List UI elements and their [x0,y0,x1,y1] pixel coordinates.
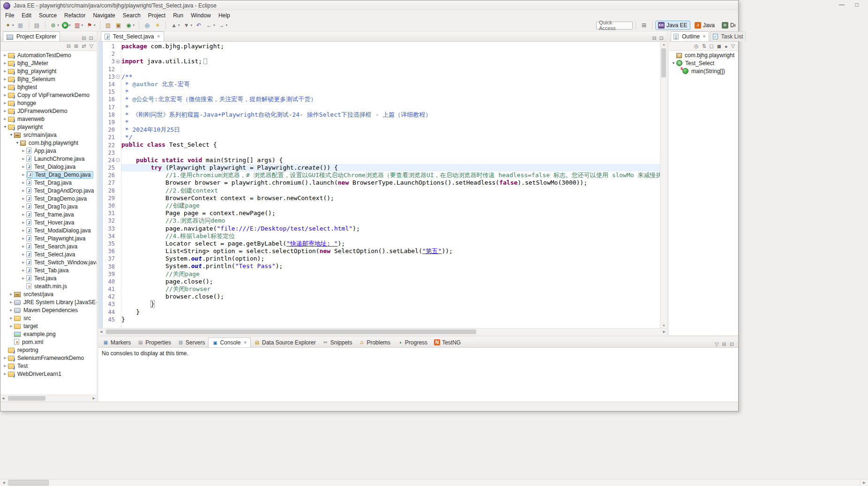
quick-access-button[interactable]: Quick Access [596,22,633,30]
sort-icon[interactable]: ⇅ [702,43,706,49]
tree-item-example-png[interactable]: example.png [0,330,97,338]
project-explorer-hscrollbar[interactable] [0,395,97,402]
expand-arrow-icon[interactable]: ▶ [21,253,26,256]
tree-item-test[interactable]: ▶Test [0,362,97,370]
toolbar-search-button[interactable]: ☀ [152,20,163,30]
tab-outline[interactable]: Outline ✕ [671,31,709,41]
hide-non-public-icon[interactable]: ● [725,44,728,49]
editor-vscrollbar[interactable] [660,42,667,328]
minimize-view-icon[interactable]: ⊟ [722,341,726,347]
outline-item-com-bjhg-playwright[interactable]: com.bjhg.playwright [669,51,738,59]
tree-item-copy-of-vipframeworkdemo[interactable]: ▶Copy of VipFrameworkDemo [0,91,97,99]
tree-item-test-playwright-java[interactable]: ▶Test_Playwright.java [0,234,97,242]
tree-item-test-java[interactable]: ▶Test.java [0,274,97,282]
tree-item-test-dragdemo-java[interactable]: ▶Test_DragDemo.java [0,194,97,202]
close-tab-icon[interactable]: ✕ [703,34,706,39]
collapse-arrow-icon[interactable]: ▼ [671,61,676,65]
maximize-view-icon[interactable]: ⊡ [659,35,664,41]
expand-arrow-icon[interactable]: ▶ [21,245,26,248]
maximize-view-icon[interactable]: ⊡ [730,341,734,347]
minimize-view-icon[interactable]: ⊟ [652,35,657,41]
hide-fields-icon[interactable]: ◻ [710,43,714,49]
title-bar[interactable]: Java EE - playwright/src/main/java/com/b… [0,0,738,11]
tree-item-bjhg-selenium[interactable]: ▶Bjhg_Selenium [0,75,97,83]
menu-help[interactable]: Help [215,11,234,20]
tree-item-com-bjhg-playwright[interactable]: ▼com.bjhg.playwright [0,139,97,147]
code-editor[interactable]: 123+1213-1415161718192021222324-25262728… [98,42,667,328]
tree-item-test-tab-java[interactable]: ▶Test_Tab.java [0,266,97,274]
tree-item-target[interactable]: ▶target [0,322,97,330]
scrollbar-thumb[interactable] [661,48,666,77]
tab-servers[interactable]: ▥Servers [174,337,208,347]
tree-item-reportng[interactable]: reportng [0,346,97,354]
expand-arrow-icon[interactable]: ▶ [2,93,8,97]
menu-run[interactable]: Run [169,11,187,20]
expand-arrow-icon[interactable]: ▶ [21,181,26,185]
tree-item-test-modaldialog-java[interactable]: ▶Test_ModalDialog.java [0,226,97,234]
toolbar-print-button[interactable]: ▤ [32,20,42,30]
expand-arrow-icon[interactable]: ▶ [8,316,14,320]
perspective-java-ee-button[interactable]: EEJava EE [655,21,690,30]
scrollbar-thumb[interactable] [8,396,45,401]
expand-arrow-icon[interactable]: ▶ [2,364,8,368]
tree-item-test-search-java[interactable]: ▶Test_Search.java [0,242,97,250]
scrollbar-thumb[interactable] [8,480,49,486]
tab-task-list[interactable]: Task List [710,31,746,41]
expand-arrow-icon[interactable]: ▶ [2,109,8,113]
toolbar-last-edit-location-button[interactable]: ↶ [194,20,204,30]
tree-item-app-java[interactable]: ▶App.java [0,147,97,155]
tab-data-source-explorer[interactable]: ▤Data Source Explorer [251,337,319,347]
expand-arrow-icon[interactable]: ▶ [8,292,14,296]
toolbar-previous-annotation-button[interactable]: ▲▾ [169,20,181,30]
expand-arrow-icon[interactable]: ▶ [21,189,26,193]
tree-item-pom-xml[interactable]: pom.xml [0,338,97,346]
tree-item-hongge[interactable]: ▶hongge [0,99,97,107]
link-with-editor-icon[interactable]: ⇄ [82,43,86,49]
menu-search[interactable]: Search [119,11,144,20]
view-menu-icon[interactable]: ▽ [90,43,93,49]
tree-item-automationtestdemo[interactable]: ▶AutomationTestDemo [0,51,97,59]
expand-arrow-icon[interactable]: ▶ [8,308,14,312]
menu-edit[interactable]: Edit [18,11,35,20]
toolbar-new-button[interactable]: ✦▾ [3,20,15,30]
fold-marker-icon[interactable]: - [116,158,120,162]
tree-item-src-main-java[interactable]: ▼src/main/java [0,131,97,139]
view-menu-icon[interactable]: ▽ [715,341,718,347]
expand-arrow-icon[interactable]: ▶ [21,165,26,169]
scroll-right-arrow-icon[interactable]: ▶ [860,479,868,486]
tree-item-src[interactable]: ▶src [0,314,97,322]
tree-item-maven-dependencies[interactable]: ▶Maven Dependencies [0,306,97,314]
fold-marker-icon[interactable]: + [116,60,120,64]
toolbar-forward-button[interactable]: →▾ [217,20,229,30]
expand-arrow-icon[interactable]: ▶ [21,157,26,161]
tab-testng[interactable]: NTestNG [431,337,464,347]
expand-arrow-icon[interactable]: ▶ [2,53,8,57]
tab-snippets[interactable]: ✂Snippets [319,337,356,347]
tree-item-test-draganddrop-java[interactable]: ▶Test_DragAndDrop.java [0,187,97,194]
tree-item-seleniumframeworkdemo[interactable]: ▶SeleniumFrameworkDemo [0,354,97,362]
open-perspective-button[interactable]: ⊞ [639,20,649,30]
fold-marker-icon[interactable]: - [116,75,120,79]
tree-item-launchchrome-java[interactable]: ▶LaunchChrome.java [0,155,97,163]
expand-arrow-icon[interactable]: ▶ [8,300,14,304]
toolbar-new-package-button[interactable]: ▣ [113,20,124,30]
tree-item-test-select-java[interactable]: ▶Test_Select.java [0,250,97,258]
tab-problems[interactable]: ⚠Problems [355,337,394,347]
toolbar-open-type-button[interactable]: ◎ [142,20,152,30]
menu-refactor[interactable]: Refactor [60,11,89,20]
toolbar-coverage-button[interactable]: ▥▾ [72,20,85,30]
menu-file[interactable]: File [1,11,18,20]
menu-window[interactable]: Window [187,11,215,20]
toolbar-save-button[interactable]: ▦ [15,20,26,30]
collapse-all-icon[interactable]: ⊟ [67,43,71,49]
expand-arrow-icon[interactable]: ▶ [21,213,26,217]
tree-item-bjhg-playwright[interactable]: ▶bjhg_playwright [0,67,97,75]
close-tab-icon[interactable]: ✕ [157,34,160,39]
expand-arrow-icon[interactable]: ▶ [21,221,26,224]
tab-project-explorer[interactable]: Project Explorer [3,31,60,41]
tree-item-stealth-min-js[interactable]: stealth.min.js [0,282,97,290]
tree-item-test-frame-java[interactable]: ▶Test_frame.java [0,210,97,218]
perspective-java-button[interactable]: JJava [692,21,718,30]
tab-progress[interactable]: ◑Progress [394,337,431,347]
expand-arrow-icon[interactable]: ▶ [2,101,8,105]
